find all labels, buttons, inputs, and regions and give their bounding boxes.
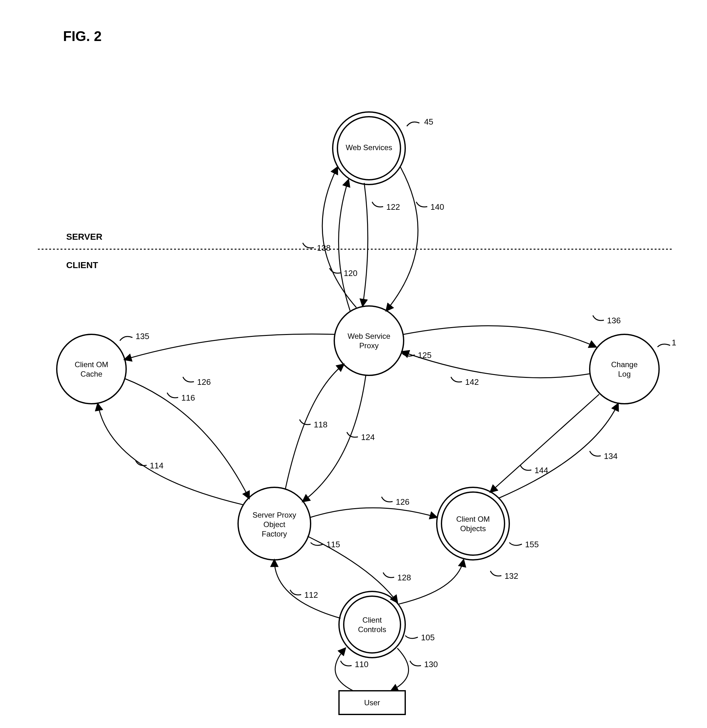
ref-squiggle <box>303 243 314 248</box>
client-objects-label1: Client OM <box>456 515 490 523</box>
zone-server-label: SERVER <box>66 232 102 242</box>
ref-116: 116 <box>181 393 195 403</box>
figure-label: FIG. 2 <box>63 28 101 44</box>
client-cache-label2: Cache <box>81 370 102 378</box>
ref-client-cache: 135 <box>136 332 149 341</box>
ref-128: 128 <box>397 573 411 582</box>
ref-130: 130 <box>424 660 438 669</box>
ref-factory: 115 <box>326 540 340 549</box>
factory-label3: Factory <box>262 530 287 538</box>
svg-point-9 <box>344 596 401 653</box>
edge-140 <box>386 167 418 311</box>
ref-134: 134 <box>604 451 618 461</box>
ref-squiggle <box>410 661 421 666</box>
node-web-services: Web Services <box>333 112 405 185</box>
edge-120 <box>339 180 350 311</box>
ref-114: 114 <box>150 461 163 470</box>
ref-squiggle <box>509 543 522 545</box>
edge-134 <box>498 404 618 498</box>
edge-112 <box>274 560 341 618</box>
ref-squiggle <box>383 572 394 578</box>
edge-138 <box>322 167 356 308</box>
ref-142: 142 <box>465 377 479 387</box>
ref-squiggle <box>120 337 133 341</box>
node-change-log: Change Log <box>590 334 659 404</box>
ref-118: 118 <box>314 420 328 429</box>
node-user: User <box>339 691 405 714</box>
edge-114 <box>98 404 243 505</box>
ref-110: 110 <box>355 660 368 669</box>
ref-squiggle <box>183 377 194 382</box>
ref-126b: 126 <box>396 497 409 507</box>
ref-squiggle <box>520 465 531 470</box>
svg-point-2 <box>334 306 404 376</box>
ref-squiggle <box>658 344 670 347</box>
user-label: User <box>364 698 380 707</box>
ref-squiggle <box>491 571 501 576</box>
ref-squiggle <box>347 432 358 437</box>
edge-136 <box>404 326 596 347</box>
ref-124: 124 <box>361 432 375 442</box>
diagram-canvas: FIG. 2 SERVER CLIENT Web Services 45 Web… <box>0 0 707 728</box>
ref-client-objects: 155 <box>525 540 539 549</box>
ref-squiggle <box>372 202 383 207</box>
node-client-controls: Client Controls <box>339 591 405 658</box>
node-web-service-proxy: Web Service Proxy <box>334 306 404 376</box>
ref-squiggle <box>405 636 418 638</box>
ref-squiggle <box>167 393 178 398</box>
ref-squiggle <box>290 590 301 595</box>
edge-128 <box>307 536 397 602</box>
ref-web-proxy: 125 <box>418 350 431 360</box>
svg-point-4 <box>590 334 659 404</box>
ref-client-controls: 105 <box>421 633 434 642</box>
svg-point-3 <box>57 334 126 404</box>
node-client-om-cache: Client OM Cache <box>57 334 126 404</box>
edge-130 <box>391 648 409 691</box>
factory-label1: Server Proxy <box>252 511 296 519</box>
ref-squiggle <box>416 202 427 207</box>
web-services-label: Web Services <box>346 143 392 152</box>
ref-138: 138 <box>317 243 330 253</box>
ref-120: 120 <box>344 269 357 278</box>
ref-136: 136 <box>607 316 620 325</box>
client-controls-label2: Controls <box>358 625 386 634</box>
edge-122 <box>363 183 368 306</box>
ref-squiggle <box>382 497 392 502</box>
edge-124 <box>303 376 366 501</box>
zone-client-label: CLIENT <box>66 260 98 270</box>
ref-change-log: 1 <box>672 338 676 347</box>
svg-point-7 <box>442 492 505 555</box>
change-log-label1: Change <box>611 360 638 369</box>
ref-squiggle <box>341 661 352 666</box>
client-cache-label1: Client OM <box>75 360 108 369</box>
ref-squiggle <box>590 451 601 456</box>
ref-140: 140 <box>430 202 444 212</box>
client-controls-label1: Client <box>362 616 382 624</box>
edge-144 <box>491 394 599 492</box>
web-proxy-label1: Web Service <box>348 332 390 340</box>
ref-122: 122 <box>386 202 400 212</box>
edge-110 <box>335 648 353 691</box>
client-objects-label2: Objects <box>460 524 486 533</box>
web-proxy-label2: Proxy <box>359 341 378 350</box>
ref-squiggle <box>593 315 604 321</box>
ref-144: 144 <box>534 465 548 475</box>
ref-web-services: 45 <box>424 117 433 127</box>
factory-label2: Object <box>263 520 286 529</box>
ref-squiggle <box>451 377 462 382</box>
ref-112: 112 <box>304 590 318 599</box>
change-log-label2: Log <box>618 370 631 378</box>
edge-126a <box>124 334 334 360</box>
ref-126a: 126 <box>197 377 211 387</box>
ref-132: 132 <box>505 571 518 581</box>
ref-squiggle <box>407 122 419 126</box>
edge-126b <box>311 508 437 517</box>
